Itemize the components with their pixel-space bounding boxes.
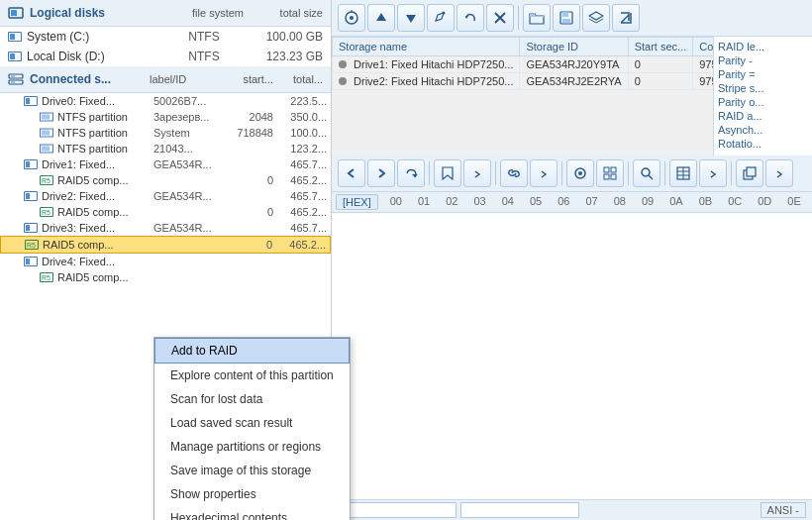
logical-disk-icon <box>8 5 24 21</box>
chevron3-icon <box>709 166 717 180</box>
toolbar-sep1 <box>518 6 519 30</box>
table-row[interactable]: Drive1: Fixed Hitachi HDP7250... GEA534R… <box>333 56 714 73</box>
context-manage-partitions[interactable]: Manage partitions or regions <box>154 435 350 459</box>
toolbar2-sep3 <box>561 161 562 185</box>
col-count-sec: Count sec... <box>693 38 713 56</box>
svg-rect-5 <box>10 53 15 59</box>
svg-rect-41 <box>562 12 568 17</box>
layers-button[interactable] <box>582 4 610 32</box>
search-icon <box>640 166 654 180</box>
drive3-name: Drive3: Fixed... <box>42 222 153 234</box>
grid-button[interactable] <box>596 159 624 187</box>
hex-header: [HEX] 00 01 02 03 04 05 06 07 08 09 0A 0… <box>332 192 812 213</box>
context-menu: Add to RAID Explore content of this part… <box>153 337 351 520</box>
connected-storages-title: Connected s... <box>30 72 111 86</box>
search-button[interactable] <box>633 159 660 187</box>
top-toolbar <box>332 0 812 37</box>
svg-rect-31 <box>26 259 30 264</box>
row2-name: Drive2: Fixed Hitachi HDP7250... <box>333 73 520 90</box>
status-input2[interactable] <box>460 502 579 518</box>
table-button[interactable] <box>669 159 697 187</box>
partition-icon3 <box>40 143 53 155</box>
ntfs3-label: 21043... <box>153 143 223 155</box>
raid5-sel-total: 465.2... <box>276 239 326 251</box>
svg-point-50 <box>642 168 650 176</box>
raid5-sel-name: RAID5 comp... <box>43 239 152 251</box>
disk-item-c[interactable]: System (C:) NTFS 100.00 GB <box>0 27 331 47</box>
drive3-item[interactable]: Drive3: Fixed... GEA534R... 465.7... <box>0 220 331 236</box>
context-hex-contents[interactable]: Hexadecimal contents <box>154 506 350 520</box>
hex-columns: 00 01 02 03 04 05 06 07 08 09 0A 0B 0C 0… <box>386 194 805 210</box>
context-add-to-raid[interactable]: Add to RAID <box>154 338 350 364</box>
up-button[interactable] <box>367 4 395 32</box>
disk-item-d[interactable]: Local Disk (D:) NTFS 123.23 GB <box>0 47 331 66</box>
raid5-selected[interactable]: R5 RAID5 comp... 0 465.2... <box>0 236 331 254</box>
circle-button[interactable] <box>566 159 594 187</box>
down-button[interactable] <box>397 4 425 32</box>
context-explore-content[interactable]: Explore content of this partition <box>154 364 350 387</box>
info-parity-equals[interactable]: Parity = <box>718 68 808 80</box>
ntfs-part3[interactable]: NTFS partition 21043... 123.2... <box>0 141 331 156</box>
drive4-item[interactable]: Drive4: Fixed... <box>0 254 331 269</box>
bookmark-down-button[interactable] <box>463 159 491 187</box>
svg-rect-11 <box>26 98 30 104</box>
table-down-button[interactable] <box>699 159 727 187</box>
bookmark-button[interactable] <box>434 159 461 187</box>
partition-icon2 <box>40 127 53 139</box>
toolbar2-sep1 <box>429 161 430 185</box>
drive2-item[interactable]: Drive2: Fixed... GEA534R... 465.7... <box>0 188 331 204</box>
link-down-button[interactable] <box>530 159 558 187</box>
context-load-scan[interactable]: Load saved scan result <box>154 411 350 435</box>
ntfs3-name: NTFS partition <box>57 143 153 155</box>
svg-text:R5: R5 <box>42 177 51 184</box>
hdd-icon4 <box>24 256 38 267</box>
ntfs-part1[interactable]: NTFS partition 3apезерв... 2048 350.0... <box>0 109 331 125</box>
info-rotation[interactable]: Rotatio... <box>718 138 808 150</box>
hdd-icon <box>24 95 38 107</box>
info-raid-level[interactable]: RAID le... <box>718 41 808 52</box>
svg-rect-19 <box>26 161 30 167</box>
info-parity-minus[interactable]: Parity - <box>718 54 808 66</box>
raid5-1-start: 0 <box>223 174 277 186</box>
raid5-comp1[interactable]: R5 RAID5 comp... 0 465.2... <box>0 172 331 188</box>
info-stripe-size[interactable]: Stripe s... <box>718 82 808 94</box>
replay-icon <box>404 166 418 180</box>
drive3-label: GEA534R... <box>153 222 223 234</box>
info-raid-array[interactable]: RAID a... <box>718 110 808 122</box>
hex-content[interactable] <box>332 213 812 499</box>
context-show-properties[interactable]: Show properties <box>154 482 350 506</box>
edit-button[interactable] <box>427 4 455 32</box>
raid5-comp4[interactable]: R5 RAID5 comp... <box>0 269 331 285</box>
status-input1[interactable] <box>338 502 457 518</box>
undo-button[interactable] <box>457 4 484 32</box>
link-button[interactable] <box>500 159 528 187</box>
svg-rect-57 <box>747 167 756 176</box>
folder-button[interactable] <box>523 4 551 32</box>
hdd-icon-c <box>8 32 22 42</box>
drive1-item[interactable]: Drive1: Fixed... GEA534R... 465.7... <box>0 156 331 172</box>
raid5-comp2[interactable]: R5 RAID5 comp... 0 465.2... <box>0 204 331 220</box>
close-button[interactable] <box>486 4 514 32</box>
copy-down-button[interactable] <box>765 159 793 187</box>
info-asynch[interactable]: Asynch... <box>718 124 808 136</box>
back-button[interactable] <box>338 159 365 187</box>
info-parity-order[interactable]: Parity o... <box>718 96 808 108</box>
toolbar2-sep5 <box>664 161 665 185</box>
export-button[interactable] <box>612 4 640 32</box>
table-row[interactable]: Drive2: Fixed Hitachi HDP7250... GEA534R… <box>333 73 714 90</box>
ntfs-part2[interactable]: NTFS partition System 718848 100.0... <box>0 125 331 141</box>
col-storage-id: Storage ID <box>520 38 628 56</box>
ntfs2-total: 100.0... <box>277 127 327 139</box>
drive0-item[interactable]: Drive0: Fixed... 50026B7... 223.5... <box>0 93 331 109</box>
copy-button[interactable] <box>736 159 763 187</box>
status-dot1 <box>339 60 347 68</box>
forward-button[interactable] <box>367 159 395 187</box>
replay-button[interactable] <box>397 159 425 187</box>
save-button[interactable] <box>553 4 580 32</box>
open-disk-button[interactable] <box>338 4 365 32</box>
open-disk-icon <box>344 10 359 26</box>
context-scan-lost-data[interactable]: Scan for lost data <box>154 387 350 411</box>
disk-c-name: System (C:) <box>27 30 164 44</box>
context-save-image[interactable]: Save image of this storage <box>154 459 350 482</box>
raid-icon-selected: R5 <box>25 239 39 251</box>
